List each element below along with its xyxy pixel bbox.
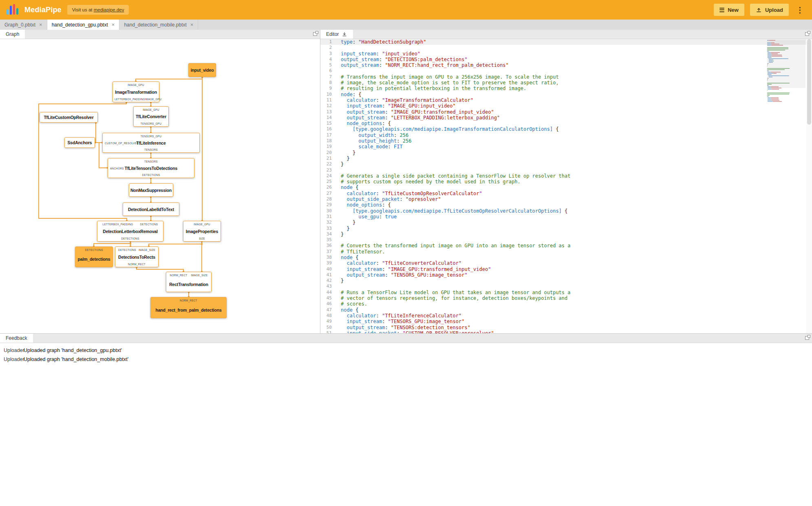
code-line: 16 [type.googleapis.com/mediapipe.ImageT… [320, 126, 812, 132]
port-label: IMAGE_GPU [128, 84, 144, 86]
graph-node-palm_detections[interactable]: DETECTIONSpalm_detections [75, 246, 113, 267]
node-title: DetectionsToRects [118, 255, 155, 260]
node-title: NonMaxSuppression [130, 188, 172, 193]
minimap-slider[interactable] [767, 40, 805, 88]
graph-node-TfLiteTensorsToDetections[interactable]: TENSORSANCHORSTfLiteTensorsToDetectionsD… [108, 158, 194, 178]
node-body: DetectionsToRects [115, 251, 158, 262]
main-area: Graph input_videoIMAGE_GPUImageTransform… [0, 30, 812, 333]
code-line: 51 input_side_packet: "CUSTOM_OP_RESOLVE… [320, 330, 812, 333]
line-number: 34 [320, 231, 336, 237]
line-number: 4 [320, 57, 336, 62]
graph-node-SsdAnchors[interactable]: SsdAnchors [64, 137, 95, 148]
upload-button[interactable]: Upload [750, 4, 789, 16]
mediapipe-link[interactable]: mediapipe.dev [94, 7, 124, 12]
line-number: 24 [320, 173, 336, 179]
editor-subtab-strip: Editor [320, 30, 812, 39]
graph-node-DetectionsToRects[interactable]: DETECTIONSIMAGE_SIZEDetectionsToRectsNOR… [115, 246, 159, 267]
editor-code: 1type: "HandDetectionSubgraph"23input_st… [320, 39, 812, 333]
port-label: TENSORS_GPU [141, 135, 161, 138]
code-line: 49 input_stream: "TENSORS_GPU:image_tens… [320, 319, 812, 324]
tab-feedback[interactable]: Feedback [0, 334, 33, 343]
node-bottom-ports: SIZE [183, 237, 221, 241]
line-content: input_stream: "TENSORS_GPU:image_tensor" [336, 319, 464, 324]
download-icon[interactable] [342, 31, 347, 37]
feedback-panel: Feedback UploaderUploaded graph 'hand_de… [0, 333, 812, 506]
line-number: 1 [320, 39, 336, 45]
code-line: 47node { [320, 307, 812, 313]
code-line: 35 [320, 237, 812, 243]
code-line: 7# Transforms the input image on GPU to … [320, 74, 812, 80]
node-bottom-ports: TENSORS [103, 148, 199, 152]
graph-node-TfLiteCustomOpResolver[interactable]: TfLiteCustomOpResolver [40, 112, 98, 123]
popout-icon[interactable] [313, 32, 317, 36]
line-number: 30 [320, 208, 336, 214]
tab-editor[interactable]: Editor [320, 30, 353, 39]
node-body: ImageTransformation [113, 86, 159, 97]
minimap-line [767, 90, 805, 91]
document-tab[interactable]: Graph_0.pbtxt× [0, 20, 47, 30]
node-body: hand_rect_from_palm_detections [151, 302, 226, 318]
line-content: calculator: "TfLiteCustomOpResolverCalcu… [336, 191, 482, 196]
feedback-message: Uploaded graph 'hand_detection_mobile.pb… [24, 356, 128, 362]
line-content: } [336, 150, 355, 156]
graph-node-input_video[interactable]: input_video [188, 63, 216, 77]
popout-icon[interactable] [805, 32, 809, 36]
node-bottom-ports: DETECTIONS [108, 173, 194, 178]
line-number: 23 [320, 167, 336, 173]
line-number: 40 [320, 266, 336, 272]
code-line: 26node { [320, 185, 812, 190]
tab-close-icon[interactable]: × [112, 22, 115, 27]
feedback-message: Uploaded graph 'hand_detection_gpu.pbtxt… [24, 348, 122, 353]
editor-scrollbar-thumb[interactable] [807, 39, 811, 125]
port-label: DETECTIONS [85, 249, 103, 251]
graph-canvas[interactable]: input_videoIMAGE_GPUImageTransformationL… [0, 39, 320, 333]
line-content: use_gpu: true [336, 214, 397, 220]
graph-node-NonMaxSuppression[interactable]: NonMaxSuppression [129, 183, 173, 197]
line-content: output_height: 256 [336, 138, 411, 144]
line-content [336, 237, 341, 243]
line-number: 48 [320, 313, 336, 319]
document-tab[interactable]: hand_detection_gpu.pbtxt× [47, 20, 120, 30]
graph-node-DetectionLabelIdToText[interactable]: DetectionLabelIdToText [123, 202, 179, 216]
graph-node-ImageProperties[interactable]: IMAGE_GPUImagePropertiesSIZE [183, 221, 221, 242]
tab-label: Graph_0.pbtxt [4, 22, 35, 28]
graph-node-hand_rect_from_palm_detections[interactable]: NORM_RECThand_rect_from_palm_detections [150, 297, 227, 318]
graph-node-ImageTransformation[interactable]: IMAGE_GPUImageTransformationLETTERBOX_PA… [113, 81, 159, 102]
port-label: IMAGE_GPU [194, 223, 210, 226]
node-top-ports: TENSORS_GPU [103, 133, 199, 138]
line-number: 27 [320, 191, 336, 196]
node-title: ImageTransformation [115, 90, 157, 95]
line-content: # image, the scale_mode option is set to… [336, 80, 559, 86]
graph-node-DetectionLetterboxRemoval[interactable]: LETTERBOX_PADDINGDETECTIONSDetectionLett… [97, 221, 163, 242]
code-line: 38node { [320, 255, 812, 260]
tab-graph[interactable]: Graph [0, 30, 25, 39]
line-number: 43 [320, 284, 336, 289]
graph-node-TfLiteInference[interactable]: TENSORS_GPUCUSTOM_OP_RESOLVERTfLiteInfer… [102, 133, 200, 153]
code-line: 39 calculator: "TfLiteConverterCalculato… [320, 260, 812, 266]
port-label: DETECTIONS [140, 223, 158, 226]
line-content: } [336, 156, 350, 161]
graph-node-TfLiteConverter[interactable]: IMAGE_GPUTfLiteConverterTENSORS_GPU [133, 106, 169, 127]
line-content: # scores. [336, 301, 367, 307]
new-button[interactable]: New [714, 4, 744, 16]
minimap[interactable] [767, 40, 805, 333]
feedback-entry: UploaderUploaded graph 'hand_detection_m… [4, 355, 808, 364]
code-line: 20 } [320, 150, 812, 156]
feedback-tab-label: Feedback [6, 335, 27, 341]
line-content: input_stream: "IMAGE_GPU:transformed_inp… [336, 266, 491, 272]
line-content: node { [336, 185, 358, 190]
node-body: TfLiteConverter [134, 111, 168, 122]
editor-scrollbar[interactable] [806, 39, 812, 333]
tab-close-icon[interactable]: × [39, 22, 42, 27]
port-label: NORM_RECT [128, 263, 146, 266]
kebab-menu-icon[interactable]: ⋮ [794, 5, 805, 15]
graph-node-RectTransformation[interactable]: NORM_RECTIMAGE_SIZERectTransformation [166, 272, 212, 292]
document-tab[interactable]: hand_detection_mobile.pbtxt× [119, 20, 198, 30]
line-number: 28 [320, 196, 336, 202]
tab-close-icon[interactable]: × [190, 22, 194, 27]
line-content: scale_mode: FIT [336, 144, 403, 150]
code-line: 21 } [320, 156, 812, 161]
code-editor[interactable]: 1type: "HandDetectionSubgraph"23input_st… [320, 39, 812, 333]
popout-icon[interactable] [805, 336, 809, 340]
line-number: 18 [320, 138, 336, 144]
